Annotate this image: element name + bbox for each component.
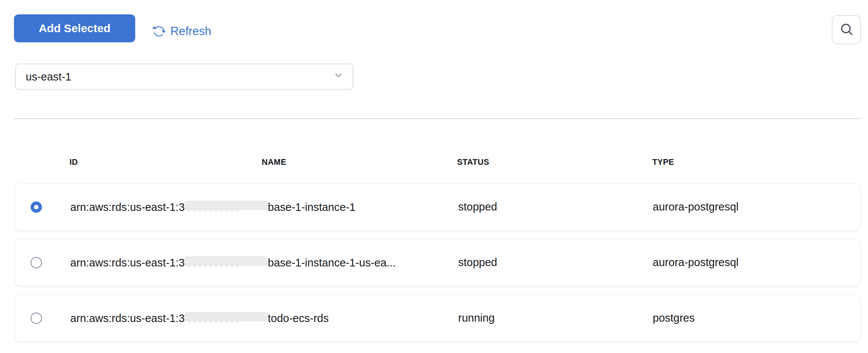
row-status: running xyxy=(458,295,495,341)
refresh-icon xyxy=(152,25,166,38)
search-button[interactable] xyxy=(832,15,861,44)
divider xyxy=(14,118,860,119)
row-id-prefix: arn:aws:rds:us-east-1:3 xyxy=(70,201,185,213)
row-id-prefix: arn:aws:rds:us-east-1:3 xyxy=(70,257,185,269)
refresh-label: Refresh xyxy=(170,25,212,38)
row-name: todo-ecs-rds xyxy=(268,312,329,324)
row-id-prefix: arn:aws:rds:us-east-1:3 xyxy=(70,312,185,324)
add-selected-button[interactable]: Add Selected xyxy=(14,14,135,42)
row-status: stopped xyxy=(458,184,497,230)
table-row[interactable]: arn:aws:rds:us-east-1:3..........base-1-… xyxy=(15,239,860,286)
row-type: aurora-postgresql xyxy=(653,239,738,286)
radio-button[interactable] xyxy=(31,313,42,324)
row-id: arn:aws:rds:us-east-1:3..........base-1-… xyxy=(70,184,355,230)
radio-button[interactable] xyxy=(31,201,42,213)
column-header-status: STATUS xyxy=(457,158,489,167)
column-header-name: NAME xyxy=(262,158,286,167)
table-header: ID NAME STATUS TYPE xyxy=(0,158,868,169)
column-header-type: TYPE xyxy=(652,158,674,167)
row-id: arn:aws:rds:us-east-1:3..........base-1-… xyxy=(70,239,396,286)
region-select[interactable]: us-east-1 xyxy=(15,63,353,90)
row-id: arn:aws:rds:us-east-1:3..........todo-ec… xyxy=(70,295,329,341)
row-status: stopped xyxy=(458,239,497,286)
column-header-id: ID xyxy=(70,158,78,167)
row-name: base-1-instance-1 xyxy=(268,201,355,213)
region-select-value: us-east-1 xyxy=(26,71,71,83)
redacted-account-id: .......... xyxy=(185,256,268,266)
radio-button[interactable] xyxy=(31,257,42,268)
rds-instance-picker: Add Selected Refresh us-east-1 ID xyxy=(0,0,868,353)
row-name: base-1-instance-1-us-ea... xyxy=(268,257,396,269)
redacted-account-id: .......... xyxy=(185,201,268,210)
row-type: postgres xyxy=(653,295,695,341)
table-row[interactable]: arn:aws:rds:us-east-1:3..........base-1-… xyxy=(15,183,860,231)
row-type: aurora-postgresql xyxy=(653,184,738,230)
search-icon xyxy=(839,22,854,37)
refresh-button[interactable]: Refresh xyxy=(152,22,212,41)
table-row[interactable]: arn:aws:rds:us-east-1:3..........todo-ec… xyxy=(15,294,860,342)
redacted-account-id: .......... xyxy=(185,312,268,321)
chevron-down-icon xyxy=(334,71,343,83)
